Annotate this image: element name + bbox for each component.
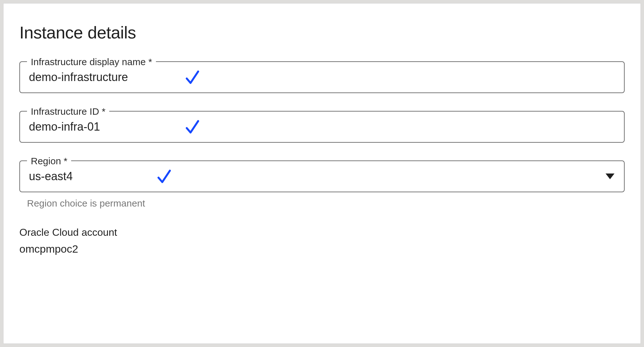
field-label: Infrastructure display name * (27, 56, 156, 68)
field-infrastructure-display-name: Infrastructure display name * (19, 61, 625, 93)
instance-details-panel: Instance details Infrastructure display … (3, 3, 641, 344)
infrastructure-display-name-input[interactable] (29, 71, 171, 84)
field-box: Infrastructure ID * (19, 111, 625, 143)
field-box: Region * us-east4 (19, 160, 625, 192)
field-label: Region * (27, 155, 71, 167)
region-select[interactable] (172, 161, 615, 192)
oracle-cloud-account-value: omcpmpoc2 (19, 243, 625, 255)
region-select-value: us-east4 (29, 170, 143, 183)
chevron-down-icon[interactable] (606, 174, 614, 179)
checkmark-icon (156, 168, 172, 185)
page-title: Instance details (19, 23, 625, 42)
field-infrastructure-id: Infrastructure ID * (19, 111, 625, 143)
infrastructure-id-input[interactable] (29, 120, 171, 133)
checkmark-icon (184, 119, 201, 135)
region-helper-text: Region choice is permanent (27, 198, 625, 209)
field-region: Region * us-east4 (19, 160, 625, 192)
oracle-cloud-account-label: Oracle Cloud account (19, 227, 625, 238)
checkmark-icon (184, 69, 201, 85)
field-label: Infrastructure ID * (27, 106, 109, 117)
field-box: Infrastructure display name * (19, 61, 625, 93)
